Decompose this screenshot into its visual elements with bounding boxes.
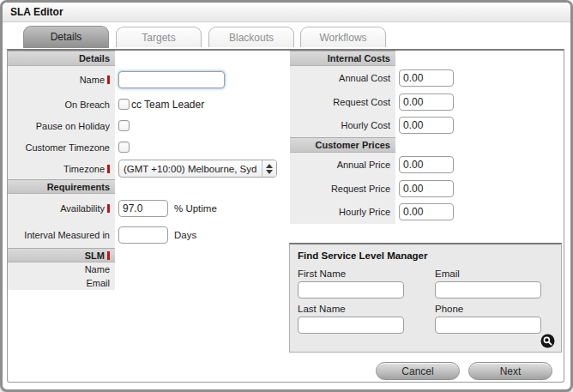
request-cost-row: Request Cost [290,90,564,113]
customer-timezone-label: Customer Timezone [26,142,110,153]
slm-email-row: Email [8,276,290,290]
interval-input[interactable] [118,226,168,244]
tab-workflows[interactable]: Workflows [300,27,386,47]
required-marker [107,204,110,213]
required-marker [107,75,110,84]
customer-timezone-checkbox[interactable] [118,142,130,153]
cc-team-leader-checkbox[interactable] [118,99,130,110]
hourly-cost-input[interactable] [399,117,454,134]
timezone-label: Timezone [63,164,105,174]
email-label: Email [435,266,553,279]
hourly-price-input[interactable] [399,203,454,220]
annual-cost-row: Annual Cost [290,66,564,90]
annual-price-input[interactable] [399,156,454,173]
annual-price-label: Annual Price [337,160,390,170]
slm-email-label: Email [86,278,110,288]
timezone-select[interactable]: (GMT +10:00) Melbourne, Syd [118,160,277,178]
timezone-row: Timezone (GMT +10:00) Melbourne, Syd [8,158,290,179]
left-form-column: Details Name On Breach cc Team Lead [8,51,290,290]
customer-prices-header-row: Customer Prices [290,137,564,153]
details-form-panel: Details Name On Breach cc Team Lead [7,49,564,383]
slm-name-label: Name [85,264,110,274]
search-button[interactable] [540,334,555,348]
sla-editor-window: SLA Editor Details Targets Blackouts Wor… [0,0,573,392]
pause-on-holiday-label: Pause on Holiday [36,121,110,131]
request-price-input[interactable] [399,180,454,197]
first-name-label: First Name [298,266,435,279]
find-slm-grid: First Name Email Last Name Phone [298,266,553,334]
last-name-input[interactable] [298,317,404,334]
requirements-section-header-row: Requirements [8,179,290,194]
name-row: Name [8,66,290,93]
phone-input[interactable] [435,317,541,334]
request-cost-input[interactable] [399,93,454,111]
cancel-button[interactable]: Cancel [376,362,460,380]
on-breach-label: On Breach [64,100,110,110]
chevron-down-icon [266,170,273,174]
phone-label: Phone [435,301,553,314]
hourly-price-row: Hourly Price [290,200,564,224]
required-marker [107,251,110,260]
find-service-level-manager-panel: Find Service Level Manager First Name Em… [289,243,562,353]
hourly-cost-label: Hourly Cost [341,120,390,130]
chevron-up-icon [266,164,273,168]
hourly-cost-row: Hourly Cost [290,113,564,137]
tab-blackouts[interactable]: Blackouts [208,27,294,47]
details-section-header: Details [8,51,115,66]
select-stepper-icon [262,160,276,177]
internal-costs-header-row: Internal Costs [290,51,564,66]
slm-section-header-row: SLM [8,248,290,262]
annual-cost-input[interactable] [399,69,454,87]
first-name-input[interactable] [298,281,404,299]
annual-price-row: Annual Price [290,153,564,177]
customer-prices-header: Customer Prices [290,137,395,153]
find-slm-title: Find Service Level Manager [298,250,553,261]
interval-label: Interval Measured in [24,230,110,240]
timezone-selected-value: (GMT +10:00) Melbourne, Syd [119,164,262,174]
right-form-column: Internal Costs Annual Cost Request Cost [290,51,564,224]
window-title: SLA Editor [3,3,570,22]
tab-bar: Details Targets Blackouts Workflows [3,22,570,46]
tab-targets[interactable]: Targets [116,27,202,47]
availability-input[interactable] [118,200,168,217]
uptime-suffix-label: % Uptime [174,203,217,214]
customer-timezone-row: Customer Timezone [8,136,290,158]
days-suffix-label: Days [174,230,196,240]
tab-details[interactable]: Details [23,26,109,48]
availability-label: Availability [60,203,105,214]
last-name-label: Last Name [298,301,435,314]
request-cost-label: Request Cost [333,97,390,107]
interval-row: Interval Measured in Days [8,222,290,248]
required-marker [107,165,110,173]
internal-costs-header: Internal Costs [290,51,395,66]
slm-name-row: Name [8,262,290,276]
email-input[interactable] [435,281,541,299]
cc-team-leader-label: cc Team Leader [131,99,204,111]
availability-row: Availability % Uptime [8,194,290,222]
pause-on-holiday-checkbox[interactable] [118,120,130,131]
next-button[interactable]: Next [468,362,552,380]
request-price-label: Request Price [331,184,390,194]
details-section-header-row: Details [8,51,290,66]
name-input[interactable] [118,71,225,88]
on-breach-row: On Breach cc Team Leader [8,93,290,115]
request-price-row: Request Price [290,177,564,200]
pause-on-holiday-row: Pause on Holiday [8,115,290,136]
search-icon [540,338,555,351]
hourly-price-label: Hourly Price [339,207,390,217]
requirements-section-header: Requirements [8,179,115,194]
annual-cost-label: Annual Cost [339,73,390,83]
slm-section-header: SLM [85,250,105,261]
name-label: Name [80,75,105,85]
